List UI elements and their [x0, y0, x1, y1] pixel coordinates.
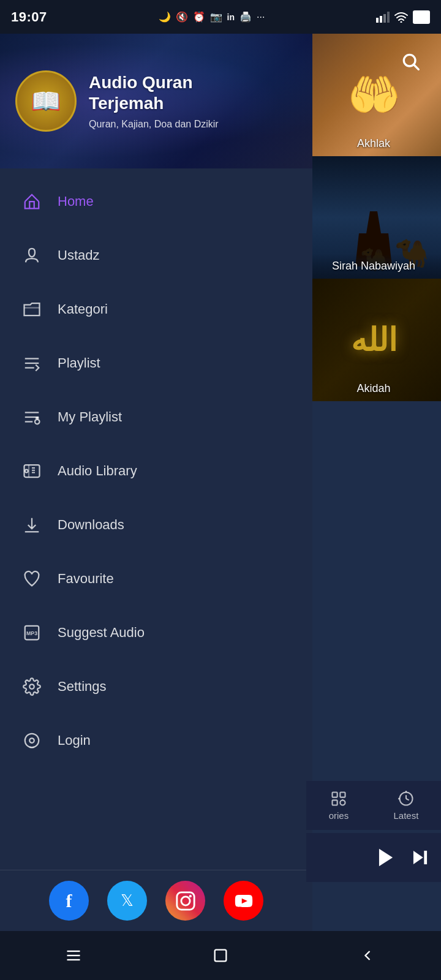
favourite-icon — [18, 565, 45, 592]
status-icons: 🌙 🔇 ⏰ 📷 in 🖨️ ··· — [159, 11, 265, 23]
alarm-icon: ⏰ — [193, 11, 205, 23]
suggest-audio-icon: MP3 — [18, 619, 45, 646]
svg-text:MP3: MP3 — [26, 630, 37, 636]
search-button[interactable] — [395, 46, 426, 77]
search-icon — [401, 51, 420, 71]
svg-rect-8 — [340, 793, 345, 797]
drawer-title-area: Audio QuranTerjemah Quran, Kajian, Doa d… — [89, 72, 219, 129]
tab-categories[interactable]: ories — [329, 790, 349, 821]
svg-point-10 — [340, 800, 345, 805]
skip-button[interactable] — [409, 846, 432, 869]
cards-area: Akhlak 🐪 Sirah Nabawiyah الله Akidah — [306, 34, 441, 401]
svg-marker-18 — [413, 851, 423, 864]
sidebar-item-downloads[interactable]: Downloads — [0, 498, 312, 552]
downloads-icon — [18, 511, 45, 538]
back-arrow-icon — [359, 947, 376, 964]
svg-point-39 — [189, 895, 191, 897]
svg-point-38 — [181, 896, 189, 905]
sidebar-item-home[interactable]: Home — [0, 175, 312, 228]
login-icon — [18, 727, 45, 754]
facebook-icon: f — [66, 891, 72, 911]
instagram-icon — [175, 891, 196, 911]
youtube-button[interactable] — [224, 881, 263, 921]
status-bar: 19:07 🌙 🔇 ⏰ 📷 in 🖨️ ··· 18 — [0, 0, 441, 34]
app-name: Audio QuranTerjemah — [89, 72, 219, 113]
sidebar-item-audio-library[interactable]: Audio Library — [0, 444, 312, 498]
tab-latest[interactable]: Latest — [393, 790, 418, 821]
sidebar-item-kategori[interactable]: Kategori — [0, 282, 312, 336]
categories-label: ories — [329, 810, 349, 821]
moon-icon: 🌙 — [159, 11, 171, 23]
ustadz-icon — [18, 242, 45, 269]
favourite-label: Favourite — [58, 571, 114, 587]
svg-point-34 — [29, 684, 34, 689]
logo-emoji: 📖 — [31, 87, 61, 116]
main-container: Akhlak 🐪 Sirah Nabawiyah الله Akidah — [0, 34, 441, 931]
latest-label: Latest — [393, 810, 418, 821]
my-playlist-label: My Playlist — [58, 409, 122, 425]
svg-rect-0 — [376, 18, 379, 23]
home-label: Home — [58, 194, 94, 209]
svg-rect-37 — [176, 892, 194, 909]
sidebar-item-settings[interactable]: Settings — [0, 660, 312, 714]
print-icon: 🖨️ — [239, 11, 252, 23]
drawer-menu: Home Ustadz — [0, 168, 312, 870]
nav-menu-button[interactable] — [58, 940, 89, 971]
svg-point-4 — [401, 21, 402, 23]
svg-line-6 — [414, 65, 418, 69]
ustadz-label: Ustadz — [58, 247, 99, 263]
downloads-label: Downloads — [58, 517, 124, 533]
more-icon: ··· — [257, 12, 265, 23]
card-sirah-nabawiyah[interactable]: 🐪 Sirah Nabawiyah — [306, 156, 441, 279]
battery-level: 18 — [416, 12, 427, 22]
audio-library-icon — [18, 458, 45, 484]
facebook-button[interactable]: f — [49, 881, 89, 921]
sidebar-item-favourite[interactable]: Favourite — [0, 552, 312, 606]
akidah-arabic-text: الله — [351, 322, 397, 358]
instagram-button[interactable] — [165, 881, 205, 921]
kategori-label: Kategori — [58, 301, 108, 317]
nav-back-button[interactable] — [352, 940, 383, 971]
kategori-icon — [18, 296, 45, 323]
wifi-icon — [394, 12, 408, 23]
play-button[interactable] — [369, 841, 402, 875]
sidebar-item-suggest-audio[interactable]: MP3 Suggest Audio — [0, 606, 312, 660]
svg-rect-19 — [424, 851, 427, 864]
svg-point-26 — [35, 420, 40, 424]
suggest-audio-label: Suggest Audio — [58, 625, 145, 641]
akidah-label: Akidah — [306, 382, 441, 395]
square-icon — [212, 947, 229, 964]
svg-rect-2 — [383, 14, 386, 23]
nav-home-button[interactable] — [205, 940, 236, 971]
signal-icon — [376, 12, 390, 23]
svg-line-14 — [406, 799, 409, 800]
hamburger-icon — [65, 947, 82, 964]
linkedin-icon: in — [227, 12, 235, 22]
svg-rect-1 — [380, 16, 382, 23]
battery-indicator: 18 — [413, 10, 430, 24]
mute-icon: 🔇 — [176, 11, 188, 23]
login-label: Login — [58, 733, 91, 748]
sidebar-item-login[interactable]: Login — [0, 714, 312, 767]
card-akidah[interactable]: الله Akidah — [306, 279, 441, 401]
twitter-button[interactable]: 𝕏 — [107, 881, 147, 921]
status-time: 19:07 — [11, 9, 47, 25]
sidebar-item-ustadz[interactable]: Ustadz — [0, 228, 312, 282]
my-playlist-icon — [18, 404, 45, 431]
twitter-icon: 𝕏 — [121, 891, 134, 910]
sidebar-item-playlist[interactable]: Playlist — [0, 336, 312, 390]
camera-icon: 📷 — [210, 11, 222, 23]
app-logo: 📖 — [15, 70, 77, 132]
drawer-header: 📖 Audio QuranTerjemah Quran, Kajian, Doa… — [0, 34, 312, 168]
android-nav-bar — [0, 931, 441, 980]
svg-point-31 — [25, 470, 28, 473]
social-buttons-area: f 𝕏 — [0, 870, 312, 931]
drawer: 📖 Audio QuranTerjemah Quran, Kajian, Doa… — [0, 34, 312, 931]
svg-rect-9 — [332, 800, 337, 805]
settings-label: Settings — [58, 679, 107, 695]
home-icon — [18, 188, 45, 215]
svg-rect-7 — [332, 793, 337, 797]
sidebar-item-my-playlist[interactable]: My Playlist — [0, 390, 312, 444]
svg-marker-17 — [379, 849, 392, 867]
svg-rect-3 — [387, 12, 390, 23]
